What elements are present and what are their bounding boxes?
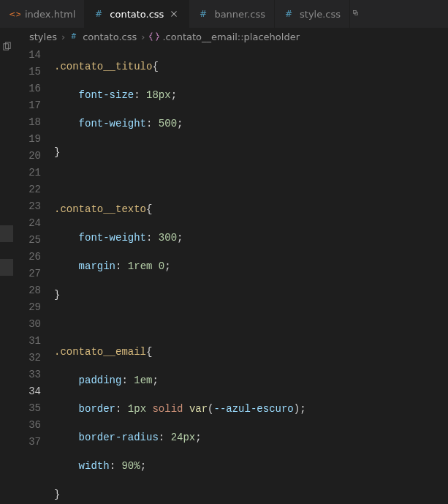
breadcrumb-folder-label: styles <box>29 31 57 42</box>
svg-text:#: # <box>285 9 292 19</box>
line-number: 34 <box>15 383 41 400</box>
code-line: .contato__titulo{ <box>54 59 337 75</box>
breadcrumb-symbol[interactable]: .contato__email::placeholder <box>149 31 300 42</box>
code-line: border: 1px solid var(--azul-escuro); <box>54 401 337 418</box>
line-number: 16 <box>15 80 41 97</box>
line-number: 36 <box>15 417 41 434</box>
svg-text:#: # <box>71 32 77 40</box>
code-line: } <box>54 287 337 304</box>
css-file-icon: # <box>94 8 105 20</box>
breadcrumb-file[interactable]: # contato.css <box>69 31 137 42</box>
chevron-right-icon: › <box>141 31 145 42</box>
line-number: 26 <box>15 249 41 266</box>
line-number: 24 <box>15 215 41 232</box>
code-editor[interactable]: 14 15 16 17 18 19 20 21 22 23 24 25 26 2… <box>0 45 448 504</box>
tab-label: banner.css <box>214 9 265 20</box>
line-number: 32 <box>15 350 41 366</box>
close-icon[interactable] <box>168 8 180 20</box>
breadcrumb-folder[interactable]: styles <box>29 31 57 42</box>
css-file-icon: # <box>284 8 295 20</box>
code-line <box>54 315 337 332</box>
code-area[interactable]: .contato__titulo{ font-size: 18px; font-… <box>54 45 337 504</box>
line-number: 33 <box>15 366 41 383</box>
line-number: 35 <box>15 400 41 417</box>
svg-text:#: # <box>200 9 207 19</box>
code-line: .contato__texto{ <box>54 201 337 218</box>
line-number: 37 <box>15 434 41 451</box>
line-number: 31 <box>15 333 41 350</box>
gutter-marker <box>0 259 13 276</box>
line-number: 28 <box>15 282 41 299</box>
code-line: font-size: 18px; <box>54 87 337 104</box>
tab-label: index.html <box>25 9 75 20</box>
line-number: 15 <box>15 64 41 80</box>
breadcrumb: styles › # contato.css › .contato__email… <box>0 28 448 45</box>
line-number: 14 <box>15 47 41 64</box>
code-line: border-radius: 24px; <box>54 429 337 446</box>
css-file-icon: # <box>198 8 210 20</box>
line-number: 21 <box>15 165 41 181</box>
breadcrumb-file-label: contato.css <box>83 31 137 42</box>
code-line <box>54 173 337 189</box>
line-number: 19 <box>15 131 41 148</box>
code-line: margin: 1rem 0; <box>54 258 337 275</box>
tab-label: style.css <box>300 9 341 20</box>
line-number: 22 <box>15 181 41 198</box>
line-number: 23 <box>15 198 41 215</box>
tab-banner-css[interactable]: # banner.css <box>189 0 275 28</box>
copy-icon[interactable] <box>1 42 12 56</box>
line-number: 30 <box>15 316 41 333</box>
code-line: .contato__email{ <box>54 344 337 361</box>
code-line: font-weight: 500; <box>54 116 337 132</box>
line-number: 20 <box>15 148 41 165</box>
tab-contato-css[interactable]: # contato.css <box>85 0 189 28</box>
code-line: } <box>54 486 337 503</box>
tab-label: contato.css <box>110 9 164 20</box>
line-number: 29 <box>15 299 41 316</box>
breadcrumb-symbol-label: .contato__email::placeholder <box>162 31 300 42</box>
tab-style-css[interactable]: # style.css <box>275 0 350 28</box>
svg-text:#: # <box>95 9 102 19</box>
line-number: 25 <box>15 232 41 249</box>
code-line: font-weight: 300; <box>54 230 337 247</box>
line-number: 18 <box>15 114 41 131</box>
svg-text:<>: <> <box>9 10 20 19</box>
tab-index-html[interactable]: <> index.html <box>0 0 85 28</box>
chevron-right-icon: › <box>61 31 65 42</box>
code-line: padding: 1em; <box>54 372 337 389</box>
left-gutter <box>0 45 15 504</box>
gutter-marker <box>0 225 13 242</box>
line-numbers: 14 15 16 17 18 19 20 21 22 23 24 25 26 2… <box>15 45 54 504</box>
editor-tabs: <> index.html # contato.css # banner.css… <box>0 0 448 28</box>
code-line: width: 90%; <box>54 458 337 475</box>
code-line: } <box>54 144 337 161</box>
symbol-icon <box>149 31 159 42</box>
line-number: 17 <box>15 97 41 114</box>
line-number: 27 <box>15 266 41 282</box>
tabs-overflow[interactable] <box>350 0 363 28</box>
html-file-icon: <> <box>9 8 20 20</box>
css-file-icon: # <box>69 31 80 42</box>
